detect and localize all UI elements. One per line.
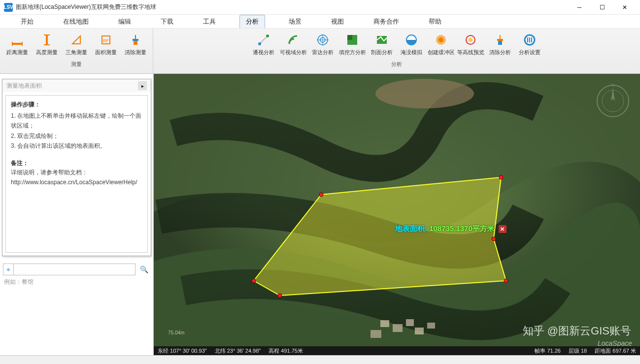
steps-title: 操作步骤：: [11, 100, 142, 109]
svg-text:m²: m²: [103, 38, 109, 43]
svg-text:N: N: [611, 84, 615, 88]
tool-icon: [10, 33, 24, 47]
ribbon-group-label: 分析: [391, 61, 402, 68]
compass-icon[interactable]: N: [596, 84, 630, 118]
panel-title: 测量地表面积: [6, 82, 138, 90]
coordinate-bar: 东经 107° 30' 00.93" 北纬 23° 36' 24.98" 高程 …: [154, 346, 640, 355]
minimize-button[interactable]: ─: [568, 0, 591, 15]
area-value: 108735.1370平方米: [429, 224, 495, 232]
tool-icon: [129, 33, 142, 47]
svg-rect-27: [497, 39, 503, 41]
note-text: 详细说明，请参考帮助文档：: [11, 167, 142, 177]
menu-item-7[interactable]: 视图: [325, 15, 350, 28]
tool-label: 分析设置: [519, 49, 540, 56]
svg-point-23: [438, 37, 443, 42]
close-button[interactable]: ✕: [613, 0, 636, 15]
tool-label: 通视分析: [253, 49, 274, 56]
ribbon-tool-填挖方分析[interactable]: 填挖方分析: [338, 32, 367, 58]
tool-icon: [69, 33, 83, 47]
tool-icon: [404, 33, 418, 47]
ribbon-tool-淹没模拟[interactable]: 淹没模拟: [397, 32, 426, 58]
svg-marker-47: [611, 88, 615, 101]
menu-item-5[interactable]: 分析: [239, 15, 265, 28]
workspace: 测量地表面积 ▸ 操作步骤： 1. 在地图上不断单击并移动鼠标左键，绘制一个面状…: [0, 74, 640, 355]
search-input[interactable]: [14, 264, 135, 275]
location-icon[interactable]: ⌖: [3, 264, 14, 275]
coord-fps: 帧率 71.26: [535, 347, 561, 355]
search-icon[interactable]: 🔍: [137, 264, 150, 275]
menu-item-6[interactable]: 场景: [283, 15, 307, 28]
tool-icon: [464, 33, 477, 47]
svg-rect-8: [134, 41, 137, 45]
menu-item-2[interactable]: 编辑: [112, 15, 137, 28]
tool-icon: [40, 33, 54, 47]
tool-icon: [286, 33, 300, 47]
svg-point-44: [252, 279, 256, 283]
tool-icon: m²: [99, 33, 113, 47]
ribbon-group-analysis: 通视分析可视域分析雷达分析填挖方分析剖面分析淹没模拟创建缓冲区等高线预览清除分析…: [153, 29, 640, 73]
panel-collapse-button[interactable]: ▸: [138, 81, 147, 90]
tool-label: 填挖方分析: [339, 49, 366, 56]
tool-icon: [493, 33, 507, 47]
tool-label: 创建缓冲区: [428, 49, 455, 56]
search-hint: 例如：餐馆: [4, 278, 34, 286]
coord-dist: 距地面 697.67 米: [595, 347, 636, 355]
tool-icon: [375, 33, 389, 47]
tool-icon: [345, 33, 359, 47]
menu-item-0[interactable]: 开始: [15, 15, 39, 28]
maximize-button[interactable]: ☐: [591, 0, 613, 15]
titlebar: LSV 图新地球(LocaSpaceViewer)互联网免费三维数字地球 ─ ☐…: [0, 0, 640, 15]
ribbon-tool-创建缓冲区[interactable]: 创建缓冲区: [427, 32, 455, 58]
svg-marker-38: [254, 177, 506, 296]
svg-line-13: [261, 37, 267, 43]
measurement-polygon: [154, 74, 640, 355]
left-pane: 测量地表面积 ▸ 操作步骤： 1. 在地图上不断单击并移动鼠标左键，绘制一个面状…: [0, 74, 154, 355]
ribbon-tool-面积测量[interactable]: m²面积测量: [92, 32, 120, 58]
tool-label: 面积测量: [95, 49, 117, 56]
help-link[interactable]: http://www.locaspace.cn/LocaSpaceViewerH…: [11, 179, 137, 186]
ribbon-tool-距离测量[interactable]: 距离测量: [3, 32, 32, 58]
ribbon-tool-清除测量[interactable]: 清除测量: [121, 32, 150, 58]
svg-point-42: [504, 279, 508, 283]
panel-header: 测量地表面积 ▸: [2, 79, 151, 92]
svg-point-40: [499, 175, 503, 179]
ribbon-tool-剖面分析[interactable]: 剖面分析: [368, 32, 396, 58]
svg-rect-9: [133, 39, 138, 41]
app-title: 图新地球(LocaSpaceViewer)互联网免费三维数字地球: [16, 3, 156, 11]
tool-label: 清除测量: [125, 49, 146, 56]
menubar: 开始在线地图编辑下载工具分析场景视图商务合作帮助: [0, 15, 640, 29]
menu-item-3[interactable]: 下载: [155, 15, 179, 28]
tool-label: 可视域分析: [280, 49, 307, 56]
ribbon-tool-通视分析[interactable]: 通视分析: [249, 32, 278, 58]
ribbon-group-label: 测量: [71, 61, 82, 68]
svg-point-43: [278, 294, 282, 298]
ribbon-tool-三角测量[interactable]: 三角测量: [62, 32, 91, 58]
ribbon-tool-雷达分析[interactable]: 雷达分析: [308, 32, 337, 58]
svg-point-41: [492, 237, 496, 241]
ribbon-tool-清除分析[interactable]: 清除分析: [486, 32, 514, 58]
note-title: 备注：: [11, 159, 142, 167]
watermark: 知乎 @图新云GIS账号: [523, 324, 631, 338]
tool-icon: [316, 33, 330, 47]
ribbon-tool-等高线预览[interactable]: 等高线预览: [456, 32, 485, 58]
ribbon-tool-高度测量[interactable]: 高度测量: [33, 32, 61, 58]
tool-label: 剖面分析: [371, 49, 393, 56]
step-2: 2. 双击完成绘制；: [11, 131, 142, 141]
ribbon-tool-分析设置[interactable]: 分析设置: [515, 32, 544, 58]
menu-item-1[interactable]: 在线地图: [57, 15, 95, 28]
statusbar: [0, 355, 640, 364]
ribbon: 距离测量高度测量三角测量m²面积测量清除测量 测量 通视分析可视域分析雷达分析填…: [0, 29, 640, 74]
menu-item-8[interactable]: 商务合作: [368, 15, 405, 28]
map-viewport[interactable]: 地表面积: 108735.1370平方米 ✕ N 75.04m 知乎 @图新云G…: [154, 74, 640, 355]
menu-item-9[interactable]: 帮助: [423, 15, 447, 28]
svg-rect-19: [347, 35, 352, 40]
menu-item-4[interactable]: 工具: [197, 15, 222, 28]
tool-icon: [434, 33, 448, 47]
svg-rect-26: [498, 41, 502, 45]
area-key: 地表面积:: [395, 224, 429, 232]
tool-label: 距离测量: [6, 49, 28, 56]
panel-body: 操作步骤： 1. 在地图上不断单击并移动鼠标左键，绘制一个面状区域； 2. 双击…: [5, 95, 148, 253]
delete-measurement-button[interactable]: ✕: [499, 225, 506, 233]
ribbon-tool-可视域分析[interactable]: 可视域分析: [279, 32, 307, 58]
step-1: 1. 在地图上不断单击并移动鼠标左键，绘制一个面状区域；: [11, 111, 142, 131]
